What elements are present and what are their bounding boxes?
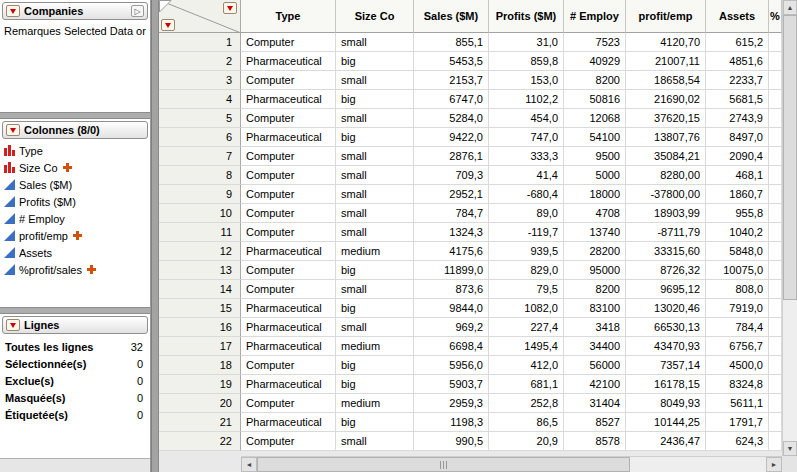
table-cell[interactable]: 1860,7 <box>706 185 769 204</box>
table-cell[interactable]: 28200 <box>564 242 626 261</box>
table-cell[interactable]: 1324,3 <box>414 223 489 242</box>
row-number[interactable]: 17 <box>159 337 241 356</box>
table-cell[interactable]: 8280,00 <box>626 166 706 185</box>
table-cell[interactable]: Pharmaceutical <box>241 52 336 71</box>
scroll-up-arrow[interactable]: ▲ <box>783 0 797 15</box>
row-number[interactable]: 15 <box>159 299 241 318</box>
table-cell[interactable]: 8049,93 <box>626 394 706 413</box>
table-cell[interactable] <box>769 185 782 204</box>
table-cell[interactable]: 12068 <box>564 109 626 128</box>
table-cell[interactable] <box>769 128 782 147</box>
table-cell[interactable]: 955,8 <box>706 204 769 223</box>
table-cell[interactable]: 2952,1 <box>414 185 489 204</box>
table-cell[interactable]: Pharmaceutical <box>241 299 336 318</box>
row-number[interactable]: 11 <box>159 223 241 242</box>
table-cell[interactable] <box>769 337 782 356</box>
row-number[interactable]: 9 <box>159 185 241 204</box>
table-cell[interactable]: 20,9 <box>489 432 564 451</box>
table-cell[interactable]: big <box>336 128 414 147</box>
column-header[interactable]: % <box>769 0 782 33</box>
table-cell[interactable]: 54100 <box>564 128 626 147</box>
row-number[interactable]: 18 <box>159 356 241 375</box>
rows-red-triangle-menu-icon[interactable] <box>6 319 20 331</box>
row-number[interactable]: 8 <box>159 166 241 185</box>
panel-splitter-top[interactable] <box>0 112 150 119</box>
table-cell[interactable]: 18000 <box>564 185 626 204</box>
table-cell[interactable]: small <box>336 185 414 204</box>
table-cell[interactable]: 21007,11 <box>626 52 706 71</box>
row-number[interactable]: 3 <box>159 71 241 90</box>
table-cell[interactable]: Computer <box>241 356 336 375</box>
row-number[interactable]: 16 <box>159 318 241 337</box>
table-cell[interactable]: 6747,0 <box>414 90 489 109</box>
vertical-scrollbar[interactable]: ▲ ▼ <box>782 0 797 456</box>
table-cell[interactable]: 2876,1 <box>414 147 489 166</box>
table-cell[interactable]: 2233,7 <box>706 71 769 90</box>
rows-menu-red-triangle-icon[interactable] <box>161 19 175 31</box>
table-cell[interactable]: 412,0 <box>489 356 564 375</box>
table-cell[interactable]: small <box>336 71 414 90</box>
scroll-down-arrow[interactable]: ▼ <box>783 441 797 456</box>
column-header[interactable]: # Employ <box>564 0 626 33</box>
columns-menu-red-triangle-icon[interactable] <box>223 2 237 14</box>
row-number[interactable]: 13 <box>159 261 241 280</box>
table-cell[interactable]: 784,7 <box>414 204 489 223</box>
table-cell[interactable]: 10075,0 <box>706 261 769 280</box>
table-cell[interactable]: 5681,5 <box>706 90 769 109</box>
table-note[interactable]: Remarques Selected Data or <box>0 21 150 41</box>
table-cell[interactable]: Computer <box>241 432 336 451</box>
table-cell[interactable] <box>769 147 782 166</box>
table-cell[interactable]: Computer <box>241 109 336 128</box>
table-cell[interactable]: Pharmaceutical <box>241 128 336 147</box>
column-item[interactable]: Sales ($M) <box>0 176 150 193</box>
table-cell[interactable]: 855,1 <box>414 33 489 52</box>
column-header[interactable]: Assets <box>706 0 769 33</box>
horizontal-scrollbar[interactable]: ◄ ► <box>241 456 782 472</box>
table-cell[interactable]: Computer <box>241 185 336 204</box>
table-red-triangle-menu-icon[interactable] <box>6 5 20 17</box>
table-cell[interactable]: 859,8 <box>489 52 564 71</box>
table-cell[interactable]: 5848,0 <box>706 242 769 261</box>
expand-arrow-icon[interactable]: ▷ <box>131 5 144 17</box>
table-cell[interactable]: 2090,4 <box>706 147 769 166</box>
table-cell[interactable]: 3418 <box>564 318 626 337</box>
table-cell[interactable]: 50816 <box>564 90 626 109</box>
table-cell[interactable]: 66530,13 <box>626 318 706 337</box>
panel-splitter-bottom[interactable] <box>0 307 150 314</box>
table-cell[interactable]: 252,8 <box>489 394 564 413</box>
table-cell[interactable]: 13807,76 <box>626 128 706 147</box>
row-number[interactable]: 6 <box>159 128 241 147</box>
table-cell[interactable]: 33315,60 <box>626 242 706 261</box>
table-cell[interactable]: 939,5 <box>489 242 564 261</box>
table-cell[interactable] <box>769 109 782 128</box>
table-cell[interactable]: 2153,7 <box>414 71 489 90</box>
column-header[interactable]: Type <box>241 0 336 33</box>
table-cell[interactable]: 1495,4 <box>489 337 564 356</box>
table-cell[interactable]: 4500,0 <box>706 356 769 375</box>
table-cell[interactable]: big <box>336 356 414 375</box>
table-cell[interactable]: 9695,12 <box>626 280 706 299</box>
table-cell[interactable]: 9844,0 <box>414 299 489 318</box>
table-cell[interactable]: 83100 <box>564 299 626 318</box>
vertical-scroll-thumb[interactable] <box>783 15 797 300</box>
table-cell[interactable]: 873,6 <box>414 280 489 299</box>
table-cell[interactable]: 89,0 <box>489 204 564 223</box>
table-cell[interactable]: 4120,70 <box>626 33 706 52</box>
table-cell[interactable]: 5956,0 <box>414 356 489 375</box>
table-cell[interactable]: 5903,7 <box>414 375 489 394</box>
horizontal-scroll-thumb[interactable] <box>257 457 630 472</box>
rows-panel-header[interactable]: Lignes <box>2 316 148 334</box>
table-cell[interactable] <box>769 432 782 451</box>
row-number[interactable]: 19 <box>159 375 241 394</box>
table-cell[interactable]: -37800,00 <box>626 185 706 204</box>
table-cell[interactable]: 56000 <box>564 356 626 375</box>
column-item[interactable]: Assets <box>0 244 150 261</box>
column-header[interactable]: Profits ($M) <box>489 0 564 33</box>
table-cell[interactable]: -680,4 <box>489 185 564 204</box>
table-cell[interactable]: 9500 <box>564 147 626 166</box>
row-number[interactable]: 21 <box>159 413 241 432</box>
table-cell[interactable]: Computer <box>241 33 336 52</box>
table-cell[interactable]: Computer <box>241 261 336 280</box>
table-cell[interactable]: 2959,3 <box>414 394 489 413</box>
table-cell[interactable]: 1198,3 <box>414 413 489 432</box>
